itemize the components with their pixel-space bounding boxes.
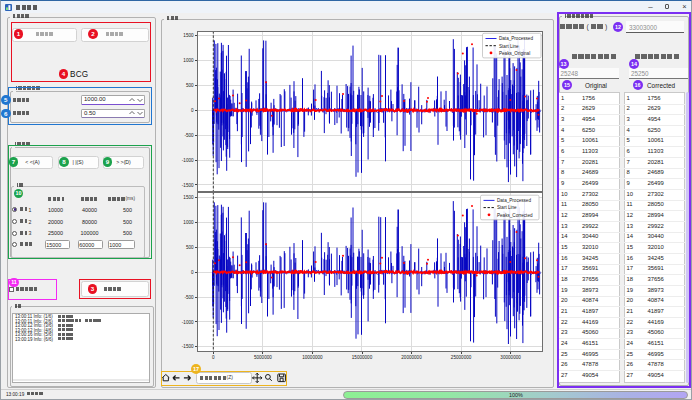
svg-text:10000000: 10000000 [302, 355, 323, 360]
svg-text:5000000: 5000000 [254, 355, 272, 360]
svg-text:20000000: 20000000 [401, 355, 422, 360]
svg-text:Data_Processed: Data_Processed [497, 198, 531, 203]
svg-text:1500: 1500 [183, 195, 194, 200]
svg-text:500: 500 [186, 245, 194, 250]
svg-text:0: 0 [212, 355, 215, 360]
svg-text:0: 0 [191, 270, 194, 275]
svg-text:Start Line: Start Line [497, 205, 517, 210]
svg-text:Peaks_Original: Peaks_Original [499, 51, 530, 56]
svg-text:0: 0 [191, 108, 194, 113]
svg-text:15000000: 15000000 [352, 355, 373, 360]
svg-text:1500: 1500 [183, 33, 194, 38]
svg-text:Data_Processed: Data_Processed [499, 36, 533, 41]
svg-text:25000000: 25000000 [451, 355, 472, 360]
svg-text:-1500: -1500 [182, 344, 194, 349]
svg-text:30000000: 30000000 [500, 355, 521, 360]
svg-text:Peaks_Corrected: Peaks_Corrected [497, 213, 533, 218]
svg-text:-1500: -1500 [182, 183, 194, 188]
svg-text:-500: -500 [184, 133, 194, 138]
svg-text:-500: -500 [184, 295, 194, 300]
svg-text:1000: 1000 [183, 58, 194, 63]
svg-text:500: 500 [186, 83, 194, 88]
svg-text:Start Line: Start Line [499, 44, 519, 49]
svg-text:-1000: -1000 [182, 158, 194, 163]
svg-text:1000: 1000 [183, 220, 194, 225]
svg-text:-1000: -1000 [182, 320, 194, 325]
